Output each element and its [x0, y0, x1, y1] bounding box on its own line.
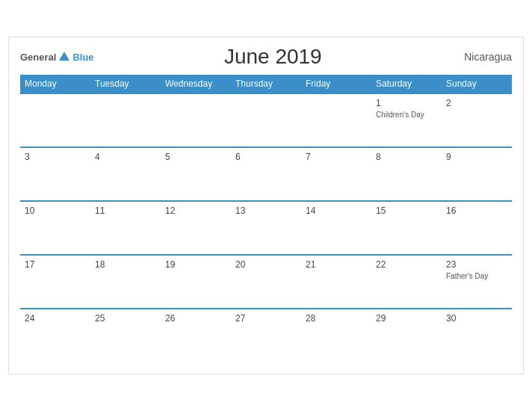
column-header-sunday: Sunday	[442, 75, 512, 93]
calendar-cell: 1Children's Day	[371, 93, 442, 147]
calendar-cell: 18	[90, 255, 161, 309]
calendar-cell: 4	[90, 147, 161, 201]
calendar-cell: 12	[161, 201, 231, 255]
day-number: 7	[306, 152, 367, 162]
logo-icon	[58, 50, 71, 64]
calendar-header: General Blue June 2019 Nicaragua	[20, 45, 512, 69]
day-number: 8	[376, 152, 437, 162]
calendar-cell: 30	[442, 309, 512, 362]
calendar-container: General Blue June 2019 Nicaragua MondayT…	[8, 37, 524, 374]
day-number: 15	[376, 206, 437, 216]
calendar-cell: 17	[20, 255, 90, 309]
day-number: 5	[165, 152, 226, 162]
column-headers: MondayTuesdayWednesdayThursdayFridaySatu…	[20, 75, 512, 93]
day-number: 16	[446, 206, 507, 216]
calendar-cell: 10	[20, 201, 90, 255]
calendar-cell: 26	[161, 309, 231, 362]
day-number: 20	[235, 259, 297, 270]
holiday-label: Father's Day	[446, 271, 507, 281]
day-number: 2	[446, 98, 507, 108]
week-row-5: 24252627282930	[20, 309, 512, 362]
day-number: 29	[376, 313, 437, 324]
calendar-cell: 16	[442, 201, 512, 255]
day-number: 6	[235, 152, 297, 162]
calendar-cell: 28	[301, 309, 371, 362]
logo-general-text: General	[20, 52, 56, 63]
day-number: 10	[25, 206, 86, 216]
day-number: 24	[25, 313, 86, 324]
calendar-cell: 2	[442, 93, 512, 147]
calendar-cell: 29	[371, 309, 442, 362]
column-header-friday: Friday	[301, 75, 371, 93]
calendar-cell: 19	[161, 255, 231, 309]
calendar-cell	[20, 93, 90, 147]
country-label: Nicaragua	[452, 51, 512, 63]
day-number: 19	[165, 259, 226, 270]
calendar-cell	[231, 93, 301, 147]
column-header-saturday: Saturday	[371, 75, 442, 93]
day-number: 17	[25, 259, 86, 270]
day-number: 23	[446, 259, 507, 270]
logo-blue-text: Blue	[72, 52, 93, 63]
calendar-cell	[90, 93, 161, 147]
calendar-cell: 13	[231, 201, 301, 255]
day-number: 12	[165, 206, 226, 216]
day-number: 21	[306, 259, 367, 270]
calendar-cell: 11	[90, 201, 161, 255]
calendar-cell: 27	[231, 309, 301, 362]
calendar-cell: 3	[20, 147, 90, 201]
calendar-cell: 25	[90, 309, 161, 362]
calendar-cell: 21	[301, 255, 371, 309]
calendar-cell: 6	[231, 147, 301, 201]
day-number: 1	[376, 98, 437, 108]
column-header-monday: Monday	[20, 75, 90, 93]
calendar-cell: 5	[161, 147, 231, 201]
day-number: 22	[376, 259, 437, 270]
week-row-1: 1Children's Day2	[20, 93, 512, 147]
week-row-2: 3456789	[20, 147, 512, 201]
logo: General Blue	[20, 50, 94, 64]
svg-marker-0	[59, 52, 69, 61]
calendar-cell	[301, 93, 371, 147]
calendar-table: MondayTuesdayWednesdayThursdayFridaySatu…	[20, 75, 512, 362]
day-number: 4	[95, 152, 156, 162]
column-header-thursday: Thursday	[231, 75, 301, 93]
day-number: 25	[95, 313, 156, 324]
calendar-cell: 23Father's Day	[442, 255, 512, 309]
calendar-cell: 14	[301, 201, 371, 255]
calendar-cell: 24	[20, 309, 90, 362]
day-number: 11	[95, 206, 156, 216]
calendar-cell: 8	[371, 147, 442, 201]
week-row-3: 10111213141516	[20, 201, 512, 255]
holiday-label: Children's Day	[376, 110, 437, 120]
calendar-cell: 7	[301, 147, 371, 201]
column-header-tuesday: Tuesday	[90, 75, 161, 93]
week-row-4: 17181920212223Father's Day	[20, 255, 512, 309]
calendar-cell	[161, 93, 231, 147]
calendar-cell: 15	[371, 201, 442, 255]
day-number: 13	[235, 206, 297, 216]
column-header-wednesday: Wednesday	[161, 75, 231, 93]
day-number: 9	[446, 152, 507, 162]
day-number: 3	[25, 152, 86, 162]
day-number: 30	[446, 313, 507, 324]
day-number: 26	[165, 313, 226, 324]
calendar-cell: 9	[442, 147, 512, 201]
calendar-title: June 2019	[94, 45, 452, 69]
day-number: 14	[306, 206, 367, 216]
day-number: 27	[235, 313, 297, 324]
day-number: 28	[306, 313, 367, 324]
day-number: 18	[95, 259, 156, 270]
calendar-cell: 20	[231, 255, 301, 309]
calendar-cell: 22	[371, 255, 442, 309]
